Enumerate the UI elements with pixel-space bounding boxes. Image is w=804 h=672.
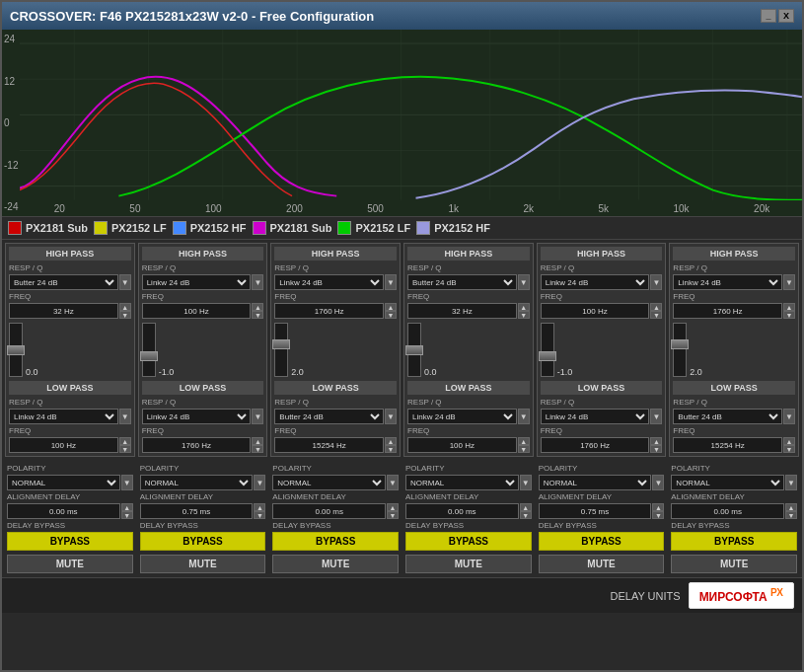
ch5-polarity-arrow[interactable]: ▼ [652, 475, 664, 490]
ch2-polarity-arrow[interactable]: ▼ [254, 475, 265, 490]
ch1-lp-freq-up[interactable]: ▲ [119, 437, 131, 445]
minimize-button[interactable]: _ [761, 9, 776, 23]
ch6-freq-up[interactable]: ▲ [783, 303, 795, 311]
ch2-resp-arrow[interactable]: ▼ [252, 274, 263, 290]
ch6-lp-freq-up[interactable]: ▲ [783, 437, 795, 445]
ch3-delay-down[interactable]: ▼ [387, 511, 399, 519]
ch5-delay-down[interactable]: ▼ [652, 511, 664, 519]
ch3-resp-select[interactable]: Linkw 24 dB [274, 274, 384, 290]
ch5-lp-resp-arrow[interactable]: ▼ [650, 409, 662, 424]
ch2-resp-select[interactable]: Linkw 24 dB [142, 274, 252, 290]
ch2-delay-up[interactable]: ▲ [254, 503, 265, 511]
ch3-freq-down[interactable]: ▼ [385, 311, 397, 319]
ch5-freq-down[interactable]: ▼ [650, 311, 662, 319]
ch3-lp-resp-arrow[interactable]: ▼ [385, 409, 397, 424]
ch2-polarity-select[interactable]: NORMAL [140, 475, 254, 490]
ch6-bypass-button[interactable]: BYPASS [671, 532, 797, 551]
ch1-resp-select[interactable]: Butter 24 dB [9, 274, 118, 290]
ch5-bypass-button[interactable]: BYPASS [539, 532, 665, 551]
ch4-lp-resp-arrow[interactable]: ▼ [518, 409, 530, 424]
ch5-freq-input[interactable] [541, 303, 650, 319]
ch1-delay-input[interactable] [7, 503, 120, 519]
ch2-delay-input[interactable] [140, 503, 254, 519]
ch4-delay-down[interactable]: ▼ [520, 511, 532, 519]
ch1-lp-resp-arrow[interactable]: ▼ [119, 409, 131, 424]
ch6-resp-select[interactable]: Linkw 24 dB [673, 274, 782, 290]
ch3-freq-input[interactable] [274, 303, 384, 319]
ch2-freq-down[interactable]: ▼ [252, 311, 263, 319]
ch5-freq-up[interactable]: ▲ [650, 303, 662, 311]
ch6-polarity-select[interactable]: NORMAL [671, 475, 784, 490]
ch6-delay-up[interactable]: ▲ [785, 503, 797, 511]
ch5-mute-button[interactable]: MUTE [539, 555, 665, 573]
ch5-lp-resp-select[interactable]: Linkw 24 dB [541, 409, 650, 424]
ch3-mute-button[interactable]: MUTE [272, 555, 399, 573]
ch1-resp-arrow[interactable]: ▼ [119, 274, 131, 290]
ch6-fader-handle[interactable] [671, 339, 689, 349]
ch6-lp-resp-select[interactable]: Butter 24 dB [673, 409, 782, 424]
ch5-delay-up[interactable]: ▲ [652, 503, 664, 511]
ch1-lp-resp-select[interactable]: Linkw 24 dB [9, 409, 118, 424]
close-button[interactable]: X [778, 9, 794, 23]
ch6-mute-button[interactable]: MUTE [671, 555, 797, 573]
ch6-resp-arrow[interactable]: ▼ [783, 274, 795, 290]
ch5-lp-freq-down[interactable]: ▼ [650, 445, 662, 453]
ch1-freq-input[interactable] [9, 303, 118, 319]
ch4-lp-resp-select[interactable]: Linkw 24 dB [407, 409, 517, 424]
ch3-resp-arrow[interactable]: ▼ [385, 274, 397, 290]
ch4-lp-freq-input[interactable] [407, 437, 517, 453]
ch4-lp-freq-up[interactable]: ▲ [518, 437, 530, 445]
ch3-fader-handle[interactable] [272, 339, 290, 349]
ch4-lp-freq-down[interactable]: ▼ [518, 445, 530, 453]
ch6-delay-down[interactable]: ▼ [785, 511, 797, 519]
ch4-freq-input[interactable] [407, 303, 517, 319]
ch2-lp-freq-up[interactable]: ▲ [252, 437, 263, 445]
ch1-freq-down[interactable]: ▼ [119, 311, 131, 319]
ch3-delay-up[interactable]: ▲ [387, 503, 399, 511]
ch2-lp-resp-select[interactable]: Linkw 24 dB [142, 409, 252, 424]
ch5-polarity-select[interactable]: NORMAL [539, 475, 652, 490]
ch1-polarity-select[interactable]: NORMAL [7, 475, 120, 490]
ch6-lp-freq-down[interactable]: ▼ [783, 445, 795, 453]
ch1-freq-up[interactable]: ▲ [119, 303, 131, 311]
ch4-freq-down[interactable]: ▼ [518, 311, 530, 319]
ch2-bypass-button[interactable]: BYPASS [140, 532, 266, 551]
ch5-lp-freq-up[interactable]: ▲ [650, 437, 662, 445]
ch4-delay-input[interactable] [405, 503, 519, 519]
ch5-resp-select[interactable]: Linkw 24 dB [541, 274, 650, 290]
ch5-delay-input[interactable] [539, 503, 652, 519]
ch6-lp-freq-input[interactable] [673, 437, 782, 453]
ch1-lp-freq-input[interactable] [9, 437, 118, 453]
ch4-polarity-select[interactable]: NORMAL [405, 475, 519, 490]
ch3-polarity-select[interactable]: NORMAL [272, 475, 386, 490]
ch2-freq-input[interactable] [142, 303, 252, 319]
ch1-mute-button[interactable]: MUTE [7, 555, 133, 573]
ch1-lp-freq-down[interactable]: ▼ [119, 445, 131, 453]
ch4-delay-up[interactable]: ▲ [520, 503, 532, 511]
ch6-freq-down[interactable]: ▼ [783, 311, 795, 319]
ch3-polarity-arrow[interactable]: ▼ [387, 475, 399, 490]
ch5-lp-freq-input[interactable] [541, 437, 650, 453]
ch3-lp-freq-up[interactable]: ▲ [385, 437, 397, 445]
ch3-lp-resp-select[interactable]: Butter 24 dB [274, 409, 384, 424]
ch3-lp-freq-down[interactable]: ▼ [385, 445, 397, 453]
ch2-delay-down[interactable]: ▼ [254, 511, 265, 519]
ch6-freq-input[interactable] [673, 303, 782, 319]
ch4-fader-handle[interactable] [405, 345, 423, 355]
ch6-polarity-arrow[interactable]: ▼ [785, 475, 797, 490]
ch4-bypass-button[interactable]: BYPASS [405, 532, 532, 551]
ch2-lp-resp-arrow[interactable]: ▼ [252, 409, 263, 424]
ch2-lp-freq-input[interactable] [142, 437, 252, 453]
ch4-polarity-arrow[interactable]: ▼ [520, 475, 532, 490]
ch4-resp-arrow[interactable]: ▼ [518, 274, 530, 290]
ch1-polarity-arrow[interactable]: ▼ [121, 475, 133, 490]
ch5-resp-arrow[interactable]: ▼ [650, 274, 662, 290]
ch4-mute-button[interactable]: MUTE [405, 555, 532, 573]
ch1-fader-handle[interactable] [7, 345, 25, 355]
ch6-delay-input[interactable] [671, 503, 784, 519]
ch6-lp-resp-arrow[interactable]: ▼ [783, 409, 795, 424]
ch2-fader-handle[interactable] [140, 351, 158, 361]
ch4-freq-up[interactable]: ▲ [518, 303, 530, 311]
ch1-delay-down[interactable]: ▼ [121, 511, 133, 519]
ch1-bypass-button[interactable]: BYPASS [7, 532, 133, 551]
